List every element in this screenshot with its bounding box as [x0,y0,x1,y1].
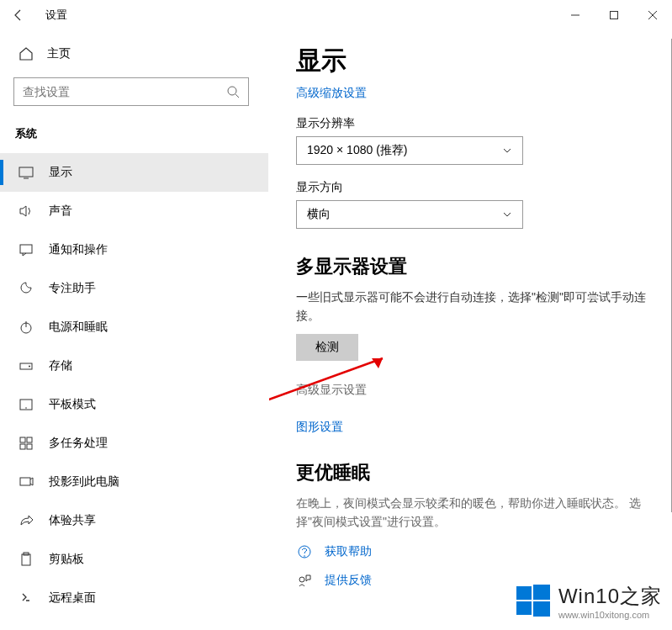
section-title: 系统 [0,113,268,148]
svg-rect-16 [27,444,32,449]
power-icon [19,320,34,335]
sleep-title: 更优睡眠 [296,460,652,485]
advanced-display-link[interactable]: 高级显示设置 [296,383,652,398]
multitask-icon [19,436,34,451]
sidebar-item-storage[interactable]: 存储 [0,347,268,385]
home-button[interactable]: 主页 [0,37,268,71]
tablet-icon [19,397,34,412]
sidebar: 主页 系统 显示 声音 通知和操作 专注助手 [0,30,269,630]
orientation-select[interactable]: 横向 [296,200,523,229]
svg-rect-27 [516,601,532,615]
sidebar-item-label: 存储 [49,358,72,373]
sidebar-item-label: 显示 [49,165,72,180]
home-icon [19,46,34,61]
sidebar-item-focus[interactable]: 专注助手 [0,269,268,308]
minimize-button[interactable] [556,0,595,30]
chevron-down-icon [502,209,512,220]
sidebar-item-label: 电源和睡眠 [49,320,108,335]
main-content: 显示 高级缩放设置 显示分辨率 1920 × 1080 (推荐) 显示方向 横向… [269,30,672,630]
sidebar-item-label: 平板模式 [49,397,96,412]
sidebar-item-label: 专注助手 [49,281,96,296]
svg-marker-24 [372,358,383,368]
storage-icon [19,358,34,373]
sidebar-item-remote[interactable]: 远程桌面 [0,579,268,617]
notifications-icon [19,242,34,257]
sidebar-item-label: 剪贴板 [49,552,84,567]
orientation-label: 显示方向 [296,180,652,195]
remote-icon [19,590,34,606]
svg-rect-28 [533,601,550,617]
svg-rect-1 [611,12,618,19]
sound-icon [19,204,34,219]
resolution-value: 1920 × 1080 (推荐) [307,143,407,158]
sidebar-item-label: 声音 [49,204,72,219]
svg-rect-17 [20,478,30,485]
back-button[interactable] [0,0,37,30]
windows-logo-icon [515,583,552,620]
detect-button[interactable]: 检测 [296,334,358,361]
svg-rect-4 [19,167,33,177]
svg-point-22 [299,577,304,582]
multi-display-title: 多显示器设置 [296,254,652,279]
help-icon [296,543,313,560]
sidebar-item-tablet[interactable]: 平板模式 [0,385,268,424]
resolution-select[interactable]: 1920 × 1080 (推荐) [296,136,523,165]
resolution-label: 显示分辨率 [296,116,652,131]
close-button[interactable] [633,0,672,30]
svg-rect-14 [27,437,32,442]
sidebar-item-label: 投影到此电脑 [49,474,119,490]
clipboard-icon [19,552,34,567]
sidebar-item-multitask[interactable]: 多任务处理 [0,424,268,463]
sidebar-item-display[interactable]: 显示 [0,153,268,192]
window-title: 设置 [45,8,67,23]
graphics-settings-link[interactable]: 图形设置 [296,420,343,435]
advanced-scaling-link[interactable]: 高级缩放设置 [296,86,367,101]
watermark-title: Win10之家 [558,583,662,610]
search-input[interactable] [13,77,249,106]
feedback-link[interactable]: 提供反馈 [325,573,372,588]
chevron-down-icon [502,146,512,156]
sidebar-item-power[interactable]: 电源和睡眠 [0,308,268,347]
display-icon [19,165,34,180]
share-icon [19,513,34,528]
sidebar-item-clipboard[interactable]: 剪贴板 [0,540,268,579]
project-icon [19,474,34,490]
sidebar-item-project[interactable]: 投影到此电脑 [0,463,268,501]
sidebar-item-label: 通知和操作 [49,242,108,257]
sidebar-item-sound[interactable]: 声音 [0,192,268,230]
search-icon [226,85,240,98]
get-help-link[interactable]: 获取帮助 [325,544,372,559]
svg-point-12 [25,407,27,409]
sleep-desc: 在晚上，夜间模式会显示较柔和的暖色，帮助你进入睡眠状态。 选择"夜间模式设置"进… [296,494,649,532]
search-field[interactable] [23,85,226,98]
sidebar-item-share[interactable]: 体验共享 [0,501,268,540]
svg-point-2 [228,87,236,95]
sidebar-item-label: 多任务处理 [49,436,108,451]
sidebar-item-label: 体验共享 [49,513,96,528]
svg-point-10 [29,366,30,368]
page-title: 显示 [296,44,652,78]
svg-point-21 [304,555,305,557]
svg-rect-6 [20,245,32,253]
svg-rect-18 [22,554,30,565]
focus-icon [19,281,34,296]
svg-rect-13 [20,437,25,442]
multi-display-desc: 一些旧式显示器可能不会进行自动连接，选择"检测"即可尝试手动连接。 [296,288,649,326]
svg-rect-26 [533,585,550,600]
home-label: 主页 [47,46,71,61]
svg-line-3 [235,94,239,98]
watermark-url: www.win10xitong.com [558,610,662,620]
sidebar-item-label: 远程桌面 [49,590,96,606]
svg-rect-15 [20,444,25,449]
orientation-value: 横向 [307,207,331,222]
sidebar-item-notifications[interactable]: 通知和操作 [0,230,268,269]
maximize-button[interactable] [595,0,633,30]
svg-rect-25 [516,586,532,600]
watermark: Win10之家 www.win10xitong.com [515,583,662,620]
feedback-icon [296,572,313,589]
